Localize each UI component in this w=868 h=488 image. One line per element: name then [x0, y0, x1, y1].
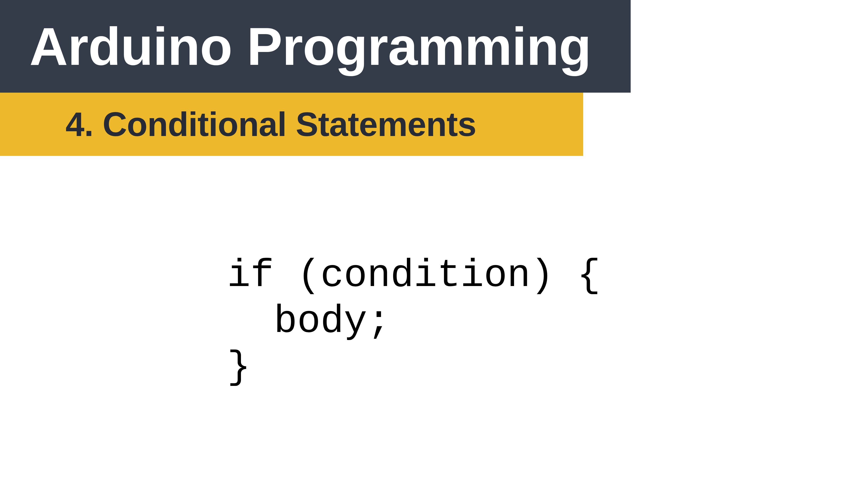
code-block: if (condition) { body; } — [227, 253, 600, 391]
subtitle-bar: 4. Conditional Statements — [0, 93, 583, 156]
slide-subtitle: 4. Conditional Statements — [66, 105, 476, 144]
title-bar: Arduino Programming — [0, 0, 631, 93]
code-line-2: body; — [227, 300, 391, 344]
slide-title: Arduino Programming — [29, 15, 591, 77]
code-line-3: } — [227, 346, 250, 390]
code-line-1: if (condition) { — [227, 254, 600, 298]
